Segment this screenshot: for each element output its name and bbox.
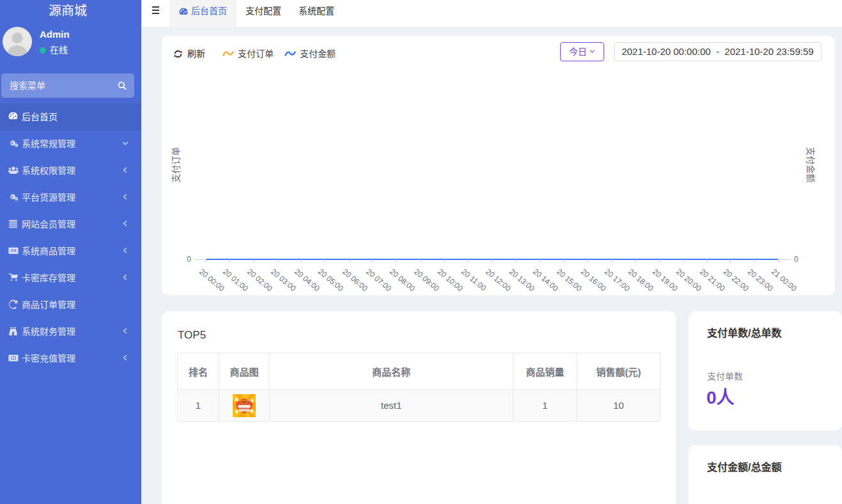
svg-text:JCB: JCB: [11, 249, 17, 252]
